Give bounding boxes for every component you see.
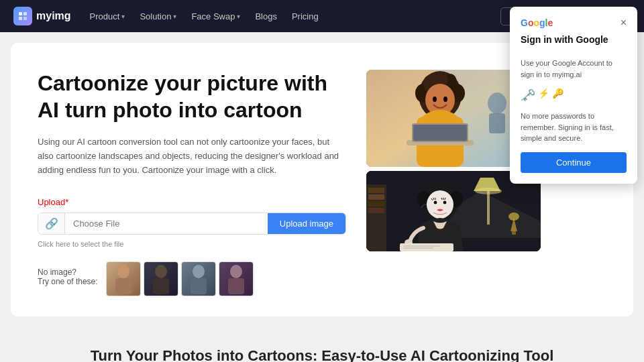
nav-items: Product ▾ Solution ▾ Face Swap ▾ Blogs P… <box>90 11 482 21</box>
svg-rect-52 <box>512 231 516 235</box>
sample-image-2[interactable] <box>144 261 178 296</box>
google-logo-area: Google Sign in with Google <box>521 17 608 51</box>
sample-image-4[interactable] <box>219 261 254 296</box>
svg-rect-34 <box>368 201 384 206</box>
google-g2: g <box>539 17 545 28</box>
link-icon: 🔗 <box>38 213 65 234</box>
required-marker: * <box>65 197 68 207</box>
no-image-text: No image? <box>38 267 98 277</box>
svg-rect-11 <box>228 278 244 294</box>
svg-rect-1 <box>23 12 27 15</box>
bottom-section-title: Turn Your Photos into Cartoons: Easy-to-… <box>13 347 631 362</box>
sample-images <box>106 261 254 296</box>
popup-title: Sign in with Google <box>521 34 608 46</box>
try-label: Try one of these: <box>38 277 98 286</box>
chevron-down-icon: ▾ <box>173 13 176 20</box>
logo-icon <box>13 7 32 25</box>
bottom-section: Turn Your Photos into Cartoons: Easy-to-… <box>0 327 644 362</box>
popup-header: Google Sign in with Google × <box>521 17 627 51</box>
svg-rect-49 <box>400 243 453 251</box>
svg-point-6 <box>155 265 167 278</box>
google-e: e <box>547 17 553 28</box>
nav-item-product[interactable]: Product ▾ <box>90 11 125 21</box>
nav-item-blogs[interactable]: Blogs <box>255 11 277 21</box>
svg-point-4 <box>117 265 129 278</box>
svg-rect-27 <box>413 125 467 141</box>
nav-pricing-label: Pricing <box>292 11 319 21</box>
hero-description: Using our AI cartoon conversion tool can… <box>38 135 346 177</box>
logo-text: myimg <box>36 10 71 22</box>
svg-rect-7 <box>153 278 169 294</box>
upload-button[interactable]: Upload image <box>268 213 345 234</box>
svg-point-22 <box>443 97 447 102</box>
popup-description: No more passwords to remember. Signing i… <box>521 111 627 144</box>
nav-item-solution[interactable]: Solution ▾ <box>140 11 176 21</box>
svg-point-53 <box>508 213 519 221</box>
upload-label: Upload* <box>38 197 346 207</box>
arrows-icon: ⚡ <box>538 88 549 103</box>
svg-rect-0 <box>19 12 22 15</box>
svg-rect-5 <box>115 278 131 294</box>
google-o2: o <box>533 17 539 28</box>
hero-title: Cartoonize your picture with AI turn pho… <box>38 70 346 123</box>
svg-rect-9 <box>191 278 207 294</box>
hero-left-panel: Cartoonize your picture with AI turn pho… <box>38 70 346 296</box>
popup-subtitle: Use your Google Account to sign in to my… <box>521 58 627 80</box>
svg-point-10 <box>230 265 242 278</box>
sample-image-3[interactable] <box>181 261 216 296</box>
nav-item-pricing[interactable]: Pricing <box>292 11 319 21</box>
svg-rect-32 <box>368 188 384 193</box>
key-icon-1: 🗝️ <box>521 88 535 103</box>
upload-hint: Click here to select the file <box>38 240 346 248</box>
svg-point-28 <box>488 93 506 114</box>
upload-row: 🔗 Upload image <box>38 213 346 235</box>
sample-image-1[interactable] <box>106 261 141 296</box>
nav-solution-label: Solution <box>140 11 171 21</box>
key-icons-row: 🗝️ ⚡ 🔑 <box>521 88 627 103</box>
close-icon[interactable]: × <box>621 17 627 28</box>
file-input[interactable] <box>65 213 268 234</box>
svg-rect-29 <box>489 113 505 133</box>
google-g: G <box>521 17 528 28</box>
svg-point-21 <box>433 97 437 102</box>
svg-point-45 <box>443 201 447 204</box>
google-signin-popup: Google Sign in with Google × Use your Go… <box>510 7 637 184</box>
nav-faceswap-label: Face Swap <box>191 11 235 21</box>
continue-button[interactable]: Continue <box>521 152 627 173</box>
svg-rect-33 <box>368 194 384 200</box>
svg-rect-35 <box>368 208 384 213</box>
no-image-section: No image? Try one of these: <box>38 267 98 290</box>
svg-point-43 <box>434 201 437 204</box>
nav-blogs-label: Blogs <box>255 11 277 21</box>
svg-rect-2 <box>19 17 22 20</box>
sample-section: No image? Try one of these: <box>38 261 346 296</box>
chevron-down-icon: ▾ <box>237 13 240 20</box>
svg-point-8 <box>193 265 205 278</box>
chevron-down-icon: ▾ <box>121 13 125 20</box>
nav-item-faceswap[interactable]: Face Swap ▾ <box>191 11 240 21</box>
svg-rect-3 <box>23 17 27 20</box>
nav-product-label: Product <box>90 11 120 21</box>
key-icon-2: 🔑 <box>552 88 564 103</box>
google-logo-row: Google <box>521 17 608 28</box>
logo[interactable]: myimg <box>13 7 71 25</box>
